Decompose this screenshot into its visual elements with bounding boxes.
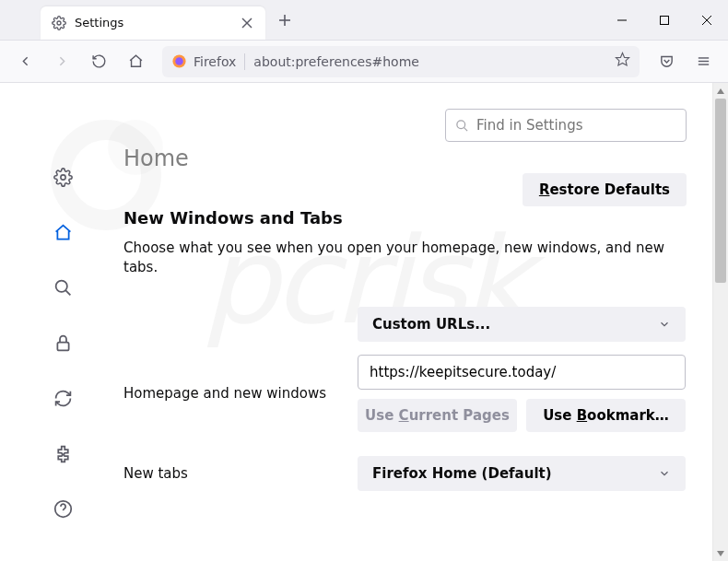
select-label: Firefox Home (Default) [372, 465, 552, 482]
side-nav [44, 166, 81, 520]
svg-line-19 [65, 290, 70, 295]
nav-search[interactable] [52, 276, 74, 298]
svg-line-16 [464, 127, 467, 131]
identity-label: Firefox [194, 54, 236, 69]
menu-button[interactable] [687, 46, 719, 77]
settings-search[interactable] [445, 109, 687, 142]
close-button[interactable] [686, 0, 728, 41]
svg-point-17 [60, 174, 65, 179]
gear-icon [52, 16, 66, 30]
pocket-button[interactable] [651, 46, 682, 77]
home-button[interactable] [120, 46, 151, 77]
section-desc: Choose what you see when you open your h… [123, 239, 694, 277]
nav-general[interactable] [52, 166, 74, 188]
chevron-down-icon [658, 318, 671, 331]
close-icon[interactable] [240, 16, 254, 30]
svg-point-15 [457, 120, 465, 128]
homepage-url-input[interactable] [358, 355, 686, 390]
reload-button[interactable] [83, 46, 114, 77]
svg-marker-23 [717, 88, 724, 94]
url-text: about:preferences#home [253, 54, 606, 69]
svg-marker-24 [717, 551, 724, 556]
use-current-pages-button[interactable]: Use Current Pages [358, 399, 517, 432]
url-bar[interactable]: Firefox about:preferences#home [162, 46, 640, 77]
chevron-down-icon [658, 467, 671, 480]
firefox-icon [171, 53, 187, 69]
minimize-button[interactable] [601, 0, 643, 41]
forward-button[interactable] [46, 46, 77, 77]
search-input[interactable] [476, 117, 676, 134]
svg-rect-6 [661, 16, 669, 24]
scrollbar[interactable] [712, 83, 728, 561]
select-label: Custom URLs... [372, 316, 490, 333]
svg-point-18 [55, 280, 66, 291]
search-icon [455, 119, 469, 133]
newtabs-select[interactable]: Firefox Home (Default) [358, 456, 686, 491]
titlebar: Settings [0, 0, 728, 41]
back-button[interactable] [9, 46, 41, 77]
browser-tab[interactable]: Settings [41, 6, 265, 40]
scrollbar-thumb[interactable] [715, 99, 726, 283]
main-panel: Home New Windows and Tabs Choose what yo… [123, 146, 694, 504]
separator [244, 53, 245, 70]
toolbar: Firefox about:preferences#home [0, 41, 728, 83]
svg-rect-20 [57, 342, 68, 350]
identity-box: Firefox [171, 53, 236, 69]
new-tab-button[interactable] [271, 6, 299, 34]
nav-home[interactable] [52, 221, 74, 243]
page-title: Home [123, 146, 694, 171]
newtabs-label: New tabs [123, 465, 358, 482]
svg-marker-11 [616, 53, 628, 64]
svg-point-10 [175, 57, 183, 65]
use-bookmark-button[interactable]: Use Bookmark… [526, 399, 686, 432]
nav-privacy[interactable] [52, 332, 74, 354]
homepage-label: Homepage and new windows [123, 385, 358, 402]
homepage-mode-select[interactable]: Custom URLs... [358, 307, 686, 342]
scroll-down-icon[interactable] [713, 545, 728, 561]
nav-sync[interactable] [52, 387, 74, 409]
window-controls [601, 0, 728, 41]
maximize-button[interactable] [643, 0, 686, 41]
section-title: New Windows and Tabs [123, 208, 694, 228]
scroll-up-icon[interactable] [713, 83, 728, 99]
bookmark-star-icon[interactable] [615, 52, 630, 71]
tab-title: Settings [75, 16, 231, 29]
svg-point-0 [57, 21, 61, 25]
content-area: Restore Defaults Home New Windows and Ta… [0, 83, 712, 561]
nav-extensions[interactable] [52, 442, 74, 464]
nav-help[interactable] [52, 497, 74, 520]
